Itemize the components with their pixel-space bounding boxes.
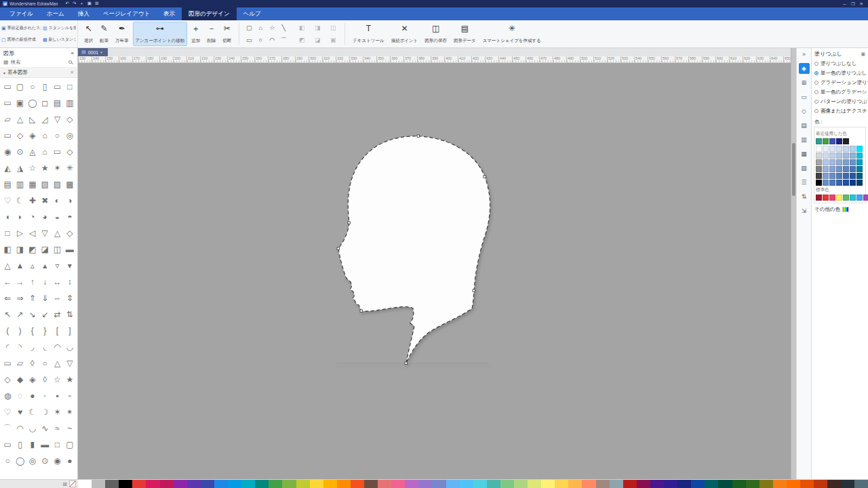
color-swatch[interactable] [378, 480, 391, 488]
menu-tab[interactable]: ホーム [40, 7, 71, 20]
color-swatch[interactable] [92, 480, 105, 488]
minimize-button[interactable]: ─ [843, 1, 846, 7]
shape-thumbnail[interactable]: ▬ [64, 241, 76, 258]
ribbon-tool[interactable]: ↖ 選択 [81, 22, 96, 46]
shape-thumbnail[interactable]: ▱ [1, 111, 14, 127]
shape-thumbnail[interactable]: □ [51, 436, 63, 453]
shape-thumbnail[interactable]: ○ [51, 127, 63, 144]
color-swatch[interactable] [528, 480, 541, 488]
stencil-quick-button[interactable]: ▥ スタンシルを開く [43, 23, 76, 33]
shape-thumbnail[interactable]: ▭ [51, 79, 63, 95]
color-swatch[interactable] [773, 480, 787, 488]
color-swatch[interactable] [856, 173, 863, 179]
shape-thumbnail[interactable]: ◫ [51, 241, 63, 258]
color-swatch[interactable] [555, 480, 568, 488]
color-swatch[interactable] [650, 480, 664, 488]
table-panel-icon[interactable]: ▦ [799, 148, 810, 159]
layout-icon[interactable]: ⊞ [95, 1, 98, 7]
shape-thumbnail[interactable]: ○ [1, 453, 14, 469]
color-swatch[interactable] [391, 480, 405, 488]
shape-thumbnail[interactable]: ▽ [51, 111, 63, 127]
color-swatch[interactable] [843, 195, 849, 201]
color-swatch[interactable] [843, 173, 849, 179]
fill-option[interactable]: 画像またはテクスチャー塗りつぶし [812, 106, 868, 116]
shape-thumbnail[interactable]: [ [51, 323, 63, 339]
shape-thumbnail[interactable]: ✶ [51, 160, 63, 176]
color-swatch[interactable] [282, 480, 296, 488]
color-swatch[interactable] [829, 180, 835, 186]
shape-thumbnail[interactable]: ✚ [26, 192, 39, 209]
undo-icon[interactable]: ↶ [65, 1, 68, 7]
shape-thumbnail[interactable]: ◒ [51, 209, 63, 225]
ribbon-tool[interactable]: － 削除 [204, 22, 218, 46]
shape-thumbnail[interactable]: ◻ [39, 95, 51, 111]
shape-thumbnail[interactable]: ◕ [39, 209, 51, 225]
shape-thumbnail[interactable]: △ [51, 355, 63, 371]
shape-thumbnail[interactable]: ▦ [26, 176, 39, 192]
shape-thumbnail[interactable]: ◇ [64, 111, 76, 127]
color-swatch[interactable] [850, 166, 856, 172]
shape-thumbnail[interactable]: ◇ [14, 127, 26, 144]
shape-thumbnail[interactable]: ◗ [14, 209, 26, 225]
shape-thumbnail[interactable]: } [39, 323, 51, 339]
shape-thumbnail[interactable]: ▨ [51, 176, 63, 192]
color-swatch[interactable] [473, 480, 487, 488]
pentagon-tool-icon[interactable]: ⌂ [255, 22, 266, 34]
shape-thumbnail[interactable]: ↑ [26, 274, 39, 290]
color-swatch[interactable] [514, 480, 528, 488]
color-swatch[interactable] [105, 480, 119, 488]
color-swatch[interactable] [269, 480, 282, 488]
color-swatch[interactable] [843, 138, 849, 144]
collapse-panel-icon[interactable]: « [71, 50, 74, 56]
shape-thumbnail[interactable]: ◠ [51, 339, 63, 355]
shape-thumbnail[interactable]: ◓ [64, 209, 76, 225]
shape-thumbnail[interactable]: ✶ [51, 404, 63, 420]
shape-thumbnail[interactable]: ▯ [39, 79, 51, 95]
color-swatch[interactable] [160, 480, 174, 488]
color-swatch[interactable] [836, 138, 842, 144]
ribbon-tool[interactable]: ✂ 切断 [220, 22, 234, 46]
close-section-icon[interactable]: ✕ [70, 70, 74, 75]
color-swatch[interactable] [843, 180, 849, 186]
shape-thumbnail[interactable]: ◖ [1, 209, 14, 225]
shape-thumbnail[interactable]: ◉ [1, 144, 14, 160]
shape-thumbnail[interactable]: ↘ [26, 306, 39, 323]
color-swatch[interactable] [664, 480, 677, 488]
shape-thumbnail[interactable]: ▱ [14, 355, 26, 371]
color-swatch[interactable] [746, 480, 760, 488]
color-swatch[interactable] [623, 480, 637, 488]
color-swatch[interactable] [816, 166, 822, 172]
shape-thumbnail[interactable]: ◈ [26, 127, 39, 144]
expand-panel-icon[interactable]: ⇲ [799, 205, 810, 216]
more-colors-row[interactable]: その他の色 [812, 204, 868, 215]
shape-thumbnail[interactable]: ◡ [64, 339, 76, 355]
shape-thumbnail[interactable]: ▤ [1, 176, 14, 192]
color-swatch[interactable] [255, 480, 269, 488]
color-swatch[interactable] [691, 480, 705, 488]
color-swatch[interactable] [705, 480, 718, 488]
shape-thumbnail[interactable]: ▬ [39, 436, 51, 453]
color-swatch[interactable] [816, 195, 822, 201]
shape-thumbnail[interactable]: ◮ [14, 160, 26, 176]
color-swatch[interactable] [856, 195, 863, 201]
shape-thumbnail[interactable]: ▷ [14, 225, 26, 241]
shape-thumbnail[interactable]: ▲ [14, 258, 26, 274]
color-swatch[interactable] [843, 166, 849, 172]
shape-thumbnail[interactable]: ◬ [26, 144, 39, 160]
monitor-panel-icon[interactable]: ▭ [799, 92, 810, 102]
color-swatch[interactable] [850, 195, 856, 201]
color-swatch[interactable] [718, 480, 732, 488]
color-swatch[interactable] [132, 480, 146, 488]
color-swatch[interactable] [174, 480, 187, 488]
shape-thumbnail[interactable]: ◪ [39, 241, 51, 258]
fill-option[interactable]: 塗りつぶしなし [812, 59, 868, 68]
color-swatch[interactable] [214, 480, 228, 488]
shape-thumbnail[interactable]: ▢ [64, 436, 76, 453]
color-swatch[interactable] [816, 180, 822, 186]
fill-option[interactable]: パターンの塗りつぶし [812, 97, 868, 106]
color-swatch[interactable] [836, 195, 842, 201]
ribbon-tool[interactable]: ▤ 図形データ [451, 22, 479, 46]
shape-thumbnail[interactable]: ★ [64, 371, 76, 388]
shape-thumbnail[interactable]: ☾ [26, 404, 39, 420]
shape-thumbnail[interactable]: ◍ [1, 388, 14, 404]
